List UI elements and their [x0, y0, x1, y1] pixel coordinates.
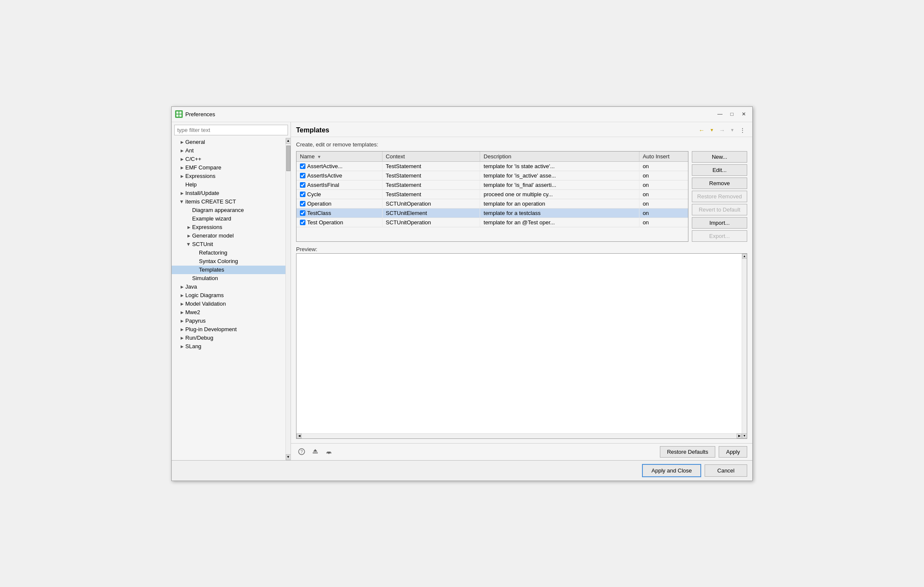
preview-scroll-right[interactable]: ▶	[737, 433, 742, 438]
col-header-auto-insert[interactable]: Auto Insert	[639, 152, 688, 162]
row-checkbox[interactable]	[300, 210, 305, 216]
main-area: ▶ General ▶ Ant ▶ C/C++ ▶ EMF Compare	[172, 122, 752, 460]
sidebar-item-plugin-development[interactable]: ▶ Plug-in Development	[172, 325, 285, 334]
sidebar-item-generator-model[interactable]: ▶ Generator model	[172, 232, 285, 240]
scroll-thumb[interactable]	[286, 146, 291, 171]
forward-button[interactable]: →	[717, 126, 727, 135]
col-header-context[interactable]: Context	[382, 152, 480, 162]
sidebar-item-label: Templates	[199, 266, 284, 273]
cell-description: template for 'is_final' asserti...	[480, 180, 639, 189]
sidebar-item-label: Papyrus	[185, 318, 284, 324]
col-header-description[interactable]: Description	[480, 152, 639, 162]
table-row[interactable]: Test Operation SCTUnitOperation template…	[296, 218, 688, 227]
sidebar-item-refactoring[interactable]: Refactoring	[172, 249, 285, 257]
sidebar-item-emf-compare[interactable]: ▶ EMF Compare	[172, 163, 285, 172]
page-subtitle: Create, edit or remove templates:	[296, 141, 747, 148]
expand-arrow: ▶	[178, 190, 185, 197]
sidebar-item-expressions[interactable]: ▶ Expressions	[172, 172, 285, 180]
remove-template-button[interactable]: Remove	[692, 178, 747, 189]
sidebar-item-label: Syntax Coloring	[199, 258, 284, 264]
more-options-button[interactable]: ⋮	[738, 126, 747, 135]
sidebar-item-example-wizard[interactable]: Example wizard	[172, 215, 285, 223]
row-checkbox[interactable]	[300, 192, 305, 197]
import-prefs-button[interactable]	[310, 446, 321, 457]
table-row[interactable]: AssertIsActive TestStatement template fo…	[296, 171, 688, 180]
sidebar-item-templates[interactable]: Templates	[172, 266, 285, 274]
restore-defaults-button[interactable]: Restore Defaults	[660, 446, 716, 458]
name-label: Cycle	[307, 191, 321, 198]
maximize-button[interactable]: □	[727, 110, 737, 118]
row-checkbox[interactable]	[300, 220, 305, 225]
row-checkbox[interactable]	[300, 201, 305, 206]
preview-scrollbar-horizontal[interactable]: ◀ ▶	[296, 433, 742, 438]
cell-auto-insert: on	[639, 199, 688, 208]
cell-description: template for 'is state active'...	[480, 161, 639, 171]
scroll-down-button[interactable]: ▼	[286, 454, 291, 460]
back-dropdown-button[interactable]: ▼	[707, 126, 717, 135]
import-button[interactable]: Import...	[692, 217, 747, 229]
name-label: AssertActive...	[307, 163, 343, 169]
apply-button[interactable]: Apply	[719, 446, 747, 458]
table-row[interactable]: AssertActive... TestStatement template f…	[296, 161, 688, 171]
content-body: Create, edit or remove templates: Name ▼	[291, 137, 752, 443]
export-button[interactable]: Export...	[692, 230, 747, 242]
sidebar-item-simulation[interactable]: Simulation	[172, 274, 285, 283]
export-prefs-button[interactable]	[323, 446, 334, 457]
table-row[interactable]: Cycle TestStatement proceed one or multi…	[296, 189, 688, 199]
restore-removed-button[interactable]: Restore Removed	[692, 191, 747, 202]
sidebar-scrollbar[interactable]: ▲ ▼	[285, 138, 291, 460]
sidebar: ▶ General ▶ Ant ▶ C/C++ ▶ EMF Compare	[172, 122, 291, 460]
sidebar-item-cpp[interactable]: ▶ C/C++	[172, 155, 285, 163]
sidebar-item-label: Plug-in Development	[185, 326, 284, 332]
sidebar-item-expressions2[interactable]: ▶ Expressions	[172, 223, 285, 232]
sidebar-item-model-validation[interactable]: ▶ Model Validation	[172, 300, 285, 308]
expand-arrow: ▶	[178, 326, 185, 333]
row-checkbox[interactable]	[300, 182, 305, 188]
expand-arrow: ▶	[178, 147, 185, 154]
table-row[interactable]: AssertIsFinal TestStatement template for…	[296, 180, 688, 189]
sidebar-item-ant[interactable]: ▶ Ant	[172, 146, 285, 155]
tree-container: ▶ General ▶ Ant ▶ C/C++ ▶ EMF Compare	[172, 138, 285, 460]
sidebar-item-java[interactable]: ▶ Java	[172, 283, 285, 291]
close-button[interactable]: ✕	[739, 110, 749, 118]
cell-name: Cycle	[296, 189, 382, 199]
content-header: Templates ← ▼ → ▼ ⋮	[291, 122, 752, 137]
sidebar-item-slang[interactable]: ▶ SLang	[172, 342, 285, 351]
sidebar-item-install-update[interactable]: ▶ Install/Update	[172, 189, 285, 198]
preview-scrollbar-vertical[interactable]: ▲ ▼	[742, 254, 747, 438]
col-header-name[interactable]: Name ▼	[296, 152, 382, 162]
forward-dropdown-button[interactable]: ▼	[728, 126, 737, 135]
cell-context: SCTUnitElement	[382, 208, 480, 218]
preview-scroll-down[interactable]: ▼	[742, 433, 747, 438]
edit-template-button[interactable]: Edit...	[692, 164, 747, 176]
sidebar-item-logic-diagrams[interactable]: ▶ Logic Diagrams	[172, 291, 285, 300]
sidebar-item-sctunit[interactable]: ▶ SCTUnit	[172, 240, 285, 249]
row-checkbox[interactable]	[300, 173, 305, 178]
row-checkbox[interactable]	[300, 163, 305, 169]
preview-scroll-left[interactable]: ◀	[296, 433, 302, 438]
sidebar-item-run-debug[interactable]: ▶ Run/Debug	[172, 334, 285, 342]
apply-and-close-button[interactable]: Apply and Close	[642, 464, 701, 477]
table-row[interactable]: TestClass SCTUnitElement template for a …	[296, 208, 688, 218]
sidebar-item-general[interactable]: ▶ General	[172, 138, 285, 146]
preview-scroll-up[interactable]: ▲	[742, 254, 747, 259]
revert-to-default-button[interactable]: Revert to Default	[692, 204, 747, 215]
table-row[interactable]: Operation SCTUnitOperation template for …	[296, 199, 688, 208]
scroll-up-button[interactable]: ▲	[286, 138, 291, 144]
search-input[interactable]	[174, 125, 288, 135]
sidebar-item-syntax-coloring[interactable]: Syntax Coloring	[172, 257, 285, 266]
sidebar-item-itemis-create-sct[interactable]: ▶ itemis CREATE SCT	[172, 198, 285, 206]
cancel-button[interactable]: Cancel	[705, 464, 747, 477]
svg-rect-3	[179, 115, 181, 117]
sidebar-item-label: Diagram appearance	[192, 207, 284, 213]
sidebar-item-papyrus[interactable]: ▶ Papyrus	[172, 317, 285, 325]
new-template-button[interactable]: New...	[692, 151, 747, 163]
sidebar-item-mwe2[interactable]: ▶ Mwe2	[172, 308, 285, 317]
back-button[interactable]: ←	[697, 126, 706, 135]
cell-context: SCTUnitOperation	[382, 218, 480, 227]
minimize-button[interactable]: —	[715, 110, 725, 118]
sidebar-item-diagram-appearance[interactable]: Diagram appearance	[172, 206, 285, 215]
help-button[interactable]: ?	[296, 446, 307, 457]
sidebar-item-label: Install/Update	[185, 190, 284, 196]
sidebar-item-help[interactable]: Help	[172, 180, 285, 189]
